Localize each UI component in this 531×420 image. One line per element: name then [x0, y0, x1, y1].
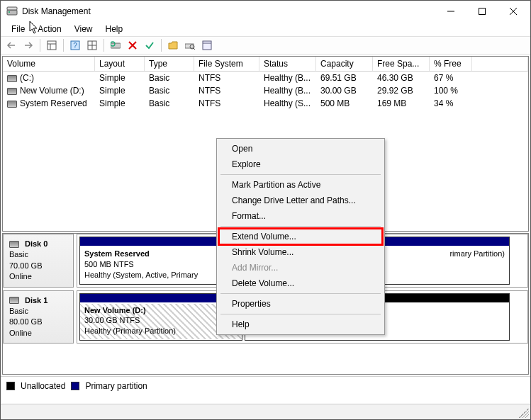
volume-list-header: Volume Layout Type File System Status Ca…: [3, 57, 528, 72]
col-status[interactable]: Status: [259, 57, 316, 71]
delete-icon[interactable]: [125, 38, 140, 53]
menu-item-shrink-volume[interactable]: Shrink Volume...: [219, 244, 382, 260]
close-button[interactable]: [498, 1, 529, 21]
menubar: File Action View Help: [1, 22, 530, 36]
partition-box[interactable]: System Reserved500 MB NTFSHealthy (Syste…: [79, 237, 218, 285]
volume-capacity: 30.00 GB: [316, 85, 373, 96]
col-filesystem[interactable]: File System: [194, 57, 259, 71]
toolbar: ?: [1, 36, 530, 55]
volume-status: Healthy (S...: [259, 98, 316, 109]
volume-free: 169 MB: [373, 98, 430, 109]
menu-item-help[interactable]: Help: [219, 317, 382, 332]
col-pctfree[interactable]: % Free: [430, 57, 472, 71]
menu-item-properties[interactable]: Properties: [219, 296, 382, 312]
menu-item-add-mirror: Add Mirror...: [219, 260, 382, 276]
legend-label-primary: Primary partition: [85, 381, 147, 391]
volume-capacity: 500 MB: [316, 98, 373, 109]
context-menu: Open Explore Mark Partition as Active Ch…: [216, 138, 385, 335]
menu-item-delete-volume[interactable]: Delete Volume...: [219, 276, 382, 291]
disk-info-cell[interactable]: Disk 1 Basic 80.00 GB Online: [3, 290, 74, 344]
volume-layout: Simple: [95, 85, 145, 96]
minimize-button[interactable]: [435, 1, 466, 21]
volume-icon: [7, 101, 17, 108]
volume-name: System Reserved: [20, 98, 87, 108]
partition-status: Healthy (System, Active, Primary: [84, 270, 213, 280]
disk-size: 70.00 GB: [9, 261, 67, 271]
volume-name: (C:): [20, 73, 34, 83]
menu-item-format[interactable]: Format...: [219, 208, 382, 224]
volume-type: Basic: [145, 85, 194, 96]
disk-title: Disk 0: [25, 239, 47, 249]
maximize-button[interactable]: [466, 1, 498, 21]
disk-status: Online: [9, 271, 67, 282]
disk-icon: [9, 297, 19, 304]
menu-item-mark-active[interactable]: Mark Partition as Active: [219, 177, 382, 193]
svg-rect-2: [7, 7, 17, 10]
menu-file[interactable]: File: [5, 23, 31, 35]
volume-type: Basic: [145, 98, 194, 109]
menu-action[interactable]: Action: [31, 23, 67, 35]
volume-row[interactable]: New Volume (D:)SimpleBasicNTFSHealthy (B…: [3, 84, 528, 97]
disk-size: 80.00 GB: [9, 317, 67, 327]
disk-type: Basic: [9, 306, 67, 317]
col-capacity[interactable]: Capacity: [316, 57, 373, 71]
legend: Unallocated Primary partition: [1, 376, 530, 395]
volume-row[interactable]: (C:)SimpleBasicNTFSHealthy (B...69.51 GB…: [3, 72, 528, 84]
menu-item-explore[interactable]: Explore: [219, 157, 382, 172]
volume-icon: [7, 75, 17, 82]
menu-item-change-drive-letter[interactable]: Change Drive Letter and Paths...: [219, 193, 382, 208]
volume-pctfree: 67 %: [430, 72, 472, 84]
svg-rect-4: [479, 8, 486, 15]
help-icon[interactable]: ?: [67, 38, 83, 53]
toolbar-view-icon[interactable]: [44, 38, 60, 53]
refresh-icon[interactable]: [108, 38, 123, 53]
volume-fs: NTFS: [194, 72, 259, 84]
properties-icon[interactable]: [199, 38, 215, 53]
volume-fs: NTFS: [194, 85, 259, 96]
menu-view[interactable]: View: [68, 23, 99, 35]
titlebar: Disk Management: [1, 1, 530, 22]
volume-layout: Simple: [95, 72, 145, 84]
col-volume[interactable]: Volume: [3, 57, 95, 71]
volume-row[interactable]: System ReservedSimpleBasicNTFSHealthy (S…: [3, 97, 528, 110]
svg-text:?: ?: [73, 42, 77, 50]
window-title: Disk Management: [22, 6, 435, 16]
svg-rect-7: [47, 41, 56, 50]
back-button[interactable]: [4, 38, 19, 53]
volume-fs: NTFS: [194, 98, 259, 109]
check-icon[interactable]: [142, 38, 157, 53]
volume-status: Healthy (B...: [259, 72, 316, 84]
svg-line-19: [194, 48, 195, 50]
legend-label-unallocated: Unallocated: [21, 381, 65, 391]
partition-size: 500 MB NTFS: [84, 259, 213, 270]
volume-layout: Simple: [95, 98, 145, 109]
partition-status: Healthy (Primary Partition): [84, 326, 237, 336]
search-disk-icon[interactable]: [182, 38, 198, 53]
app-icon: [6, 6, 18, 17]
partition-title: New Volume (D:): [84, 305, 237, 316]
col-freespace[interactable]: Free Spa...: [373, 57, 430, 71]
svg-rect-20: [203, 41, 211, 50]
volume-pctfree: 100 %: [430, 85, 472, 96]
volume-pctfree: 34 %: [430, 98, 472, 109]
statusbar: [1, 404, 530, 419]
volume-icon: [7, 88, 17, 95]
legend-swatch-primary: [71, 382, 79, 390]
legend-swatch-unallocated: [6, 382, 15, 390]
toolbar-grid-icon[interactable]: [84, 38, 100, 53]
col-type[interactable]: Type: [145, 57, 194, 71]
menu-item-open[interactable]: Open: [219, 141, 382, 157]
volume-capacity: 69.51 GB: [316, 72, 373, 84]
partition-size: 30.00 GB NTFS: [84, 315, 237, 326]
disk-status: Online: [9, 328, 67, 339]
disk-info-cell[interactable]: Disk 0 Basic 70.00 GB Online: [3, 234, 74, 288]
menu-help[interactable]: Help: [99, 23, 130, 35]
folder-icon[interactable]: [165, 38, 181, 53]
forward-button[interactable]: [21, 38, 36, 53]
menu-item-extend-volume[interactable]: Extend Volume...: [219, 229, 382, 244]
volume-type: Basic: [145, 72, 194, 84]
volume-status: Healthy (B...: [259, 85, 316, 96]
col-layout[interactable]: Layout: [95, 57, 145, 71]
volume-free: 29.92 GB: [373, 85, 430, 96]
volume-name: New Volume (D:): [20, 86, 84, 96]
